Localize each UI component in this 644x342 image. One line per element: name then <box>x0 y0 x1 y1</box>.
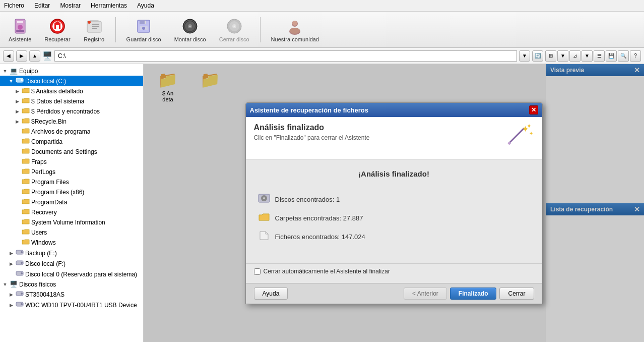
tree-icon-backup_e <box>16 249 24 257</box>
dialog-header-title: Análisis finalizado <box>254 123 370 132</box>
sidebar-item-backup_e[interactable]: ▶Backup (E:) <box>0 248 143 258</box>
sidebar-item-windows[interactable]: Windows <box>0 238 143 248</box>
guardar-disco-button[interactable]: Guardar disco <box>122 15 166 45</box>
sidebar-item-archivos_programa[interactable]: Archivos de programa <box>0 127 143 137</box>
tree-icon-program_files_x86 <box>22 188 30 196</box>
sidebar-item-wdc_wd10[interactable]: ▶WDC WD10 TPVT-00U4RT1 USB Device <box>0 300 143 310</box>
tree-icon-compartida <box>22 138 30 146</box>
sidebar-item-users[interactable]: Users <box>0 227 143 238</box>
sidebar-item-programdata[interactable]: ProgramData <box>0 197 143 207</box>
save-icon[interactable]: 💾 <box>606 50 617 62</box>
sidebar-item-disco_local_f[interactable]: ▶Disco local (F:) <box>0 258 143 269</box>
asistente-button[interactable]: Asistente <box>4 15 36 45</box>
sidebar-item-recycle_bin[interactable]: ▶$Recycle.Bin <box>0 117 143 127</box>
menu-editar[interactable]: Editar <box>32 1 52 10</box>
sidebar-item-perflogs[interactable]: PerfLogs <box>0 167 143 177</box>
sidebar-item-recovery[interactable]: Recovery <box>0 207 143 217</box>
recuperar-label: Recuperar <box>44 36 70 42</box>
menu-mostrar[interactable]: Mostrar <box>58 1 83 10</box>
sidebar-item-analisis_detallado[interactable]: ▶$ Análisis detallado <box>0 86 143 96</box>
menubar: Fichero Editar Mostrar Herramientas Ayud… <box>0 0 644 12</box>
tree-label-program_files: Program Files <box>31 179 69 186</box>
tree-label-system_volume: System Volume Information <box>31 219 105 226</box>
filter-dropdown[interactable]: ▼ <box>582 50 593 62</box>
tree-label-archivos_programa: Archivos de programa <box>31 128 90 135</box>
tree-label-compartida: Compartida <box>31 138 62 145</box>
sidebar-item-discos_fisicos[interactable]: ▼🖥️Discos físicos <box>0 279 143 289</box>
sidebar-item-disco_local_c[interactable]: ▼Disco local (C:) <box>0 76 143 86</box>
view-icon-1[interactable]: ⊞ <box>545 50 556 62</box>
sidebar-item-fraps[interactable]: Fraps <box>0 157 143 167</box>
sidebar-item-equipo[interactable]: ▼💻Equipo <box>0 66 143 76</box>
tree-label-st3500418as: ST3500418AS <box>25 291 65 298</box>
tree-toggle-backup_e[interactable]: ▶ <box>8 251 14 256</box>
tree-toggle-equipo[interactable]: ▼ <box>2 69 8 74</box>
nav-forward-button[interactable]: ▶ <box>16 50 27 62</box>
search-icon[interactable]: 🔍 <box>618 50 629 62</box>
stat-discos: Discos encontrados: 1 <box>258 193 530 206</box>
nuestra-comunidad-button[interactable]: Nuestra comunidad <box>267 15 324 45</box>
tree-icon-recovery <box>22 208 30 216</box>
address-input[interactable] <box>54 50 517 62</box>
auto-close-checkbox[interactable] <box>254 268 261 275</box>
sidebar-item-perdidos_encontrados[interactable]: ▶$ Pérdidos y encontrados <box>0 106 143 117</box>
sidebar-item-disco_local_0[interactable]: Disco local 0 (Reservado para el sistema… <box>0 269 143 279</box>
nav-up-button[interactable]: ▲ <box>29 50 40 62</box>
stat-discos-text: Discos encontrados: 1 <box>275 196 340 203</box>
svg-point-49 <box>263 197 265 199</box>
sidebar-item-documents_settings[interactable]: Documents and Settings <box>0 147 143 157</box>
tree-toggle-recycle_bin[interactable]: ▶ <box>14 119 20 124</box>
tree-toggle-analisis_detallado[interactable]: ▶ <box>14 89 20 94</box>
tree-toggle-disco_local_f[interactable]: ▶ <box>8 261 14 266</box>
dialog-stats: Discos encontrados: 1 Carpetas encontrad… <box>258 193 530 243</box>
tree-icon-documents_settings <box>22 148 30 156</box>
dialog-back-button[interactable]: < Anterior <box>404 288 447 300</box>
tree-toggle-st3500418as[interactable]: ▶ <box>8 292 14 297</box>
svg-point-39 <box>21 293 23 295</box>
svg-point-37 <box>21 272 23 274</box>
tree-label-analisis_detallado: $ Análisis detallado <box>31 88 83 95</box>
tree-icon-disco_local_f <box>16 259 24 268</box>
tree-icon-programdata <box>22 198 30 206</box>
tree-icon-system_volume <box>22 218 30 226</box>
dialog-finish-button[interactable]: Finalizado <box>450 288 497 300</box>
view-dropdown-1[interactable]: ▼ <box>557 50 568 62</box>
menu-herramientas[interactable]: Herramientas <box>89 1 129 10</box>
tree-toggle-wdc_wd10[interactable]: ▶ <box>8 303 14 308</box>
tree-toggle-disco_local_c[interactable]: ▼ <box>8 79 14 84</box>
dialog-buttons: Ayuda < Anterior Finalizado Cerrar <box>246 283 542 304</box>
dialog-titlebar: Asistente de recuperación de ficheros ✕ <box>246 103 542 117</box>
svg-text:✦: ✦ <box>529 131 533 136</box>
montar-disco-button[interactable]: Montar disco <box>170 15 211 45</box>
cerrar-disco-label: Cerrar disco <box>219 36 249 42</box>
nuestra-comunidad-icon <box>286 17 304 35</box>
menu-ayuda[interactable]: Ayuda <box>135 1 156 10</box>
tree-icon-discos_fisicos: 🖥️ <box>10 280 18 288</box>
tree-toggle-discos_fisicos[interactable]: ▼ <box>2 282 8 287</box>
dialog-help-button[interactable]: Ayuda <box>254 288 288 300</box>
dialog-close-dialog-button[interactable]: Cerrar <box>499 288 534 300</box>
nav-back-button[interactable]: ◀ <box>3 50 14 62</box>
tree-label-perdidos_encontrados: $ Pérdidos y encontrados <box>31 108 100 115</box>
tree-icon-analisis_detallado <box>22 87 30 95</box>
sidebar-item-datos_sistema[interactable]: ▶$ Datos del sistema <box>0 96 143 106</box>
auto-close-label[interactable]: Cerrar automáticamente el Asistente al f… <box>264 268 390 275</box>
tree-toggle-datos_sistema[interactable]: ▶ <box>14 99 20 104</box>
refresh-button[interactable]: 🔄 <box>532 50 543 62</box>
sidebar-item-compartida[interactable]: Compartida <box>0 137 143 147</box>
svg-point-2 <box>18 25 23 30</box>
view-icon-2[interactable]: ☰ <box>594 50 605 62</box>
address-dropdown-button[interactable]: ▼ <box>519 50 530 62</box>
filter-icon[interactable]: ⊿ <box>569 50 581 62</box>
sidebar-item-st3500418as[interactable]: ▶ST3500418AS <box>0 289 143 300</box>
sidebar-item-system_volume[interactable]: System Volume Information <box>0 217 143 227</box>
recuperar-button[interactable]: Recuperar <box>40 15 75 45</box>
registro-button[interactable]: Registro <box>79 15 109 45</box>
tree-toggle-perdidos_encontrados[interactable]: ▶ <box>14 109 20 114</box>
dialog-close-button[interactable]: ✕ <box>529 105 538 115</box>
cerrar-disco-button: Cerrar disco <box>215 15 254 45</box>
sidebar-item-program_files_x86[interactable]: Program Files (x86) <box>0 187 143 197</box>
sidebar-item-program_files[interactable]: Program Files <box>0 177 143 187</box>
menu-fichero[interactable]: Fichero <box>2 1 26 10</box>
help-icon[interactable]: ? <box>630 50 641 62</box>
